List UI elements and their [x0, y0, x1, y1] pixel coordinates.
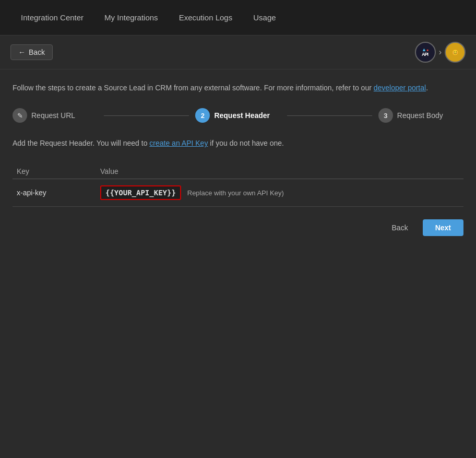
intro-text-before: Follow the steps to create a Source Lead… [13, 84, 374, 92]
intro-paragraph: Follow the steps to create a Source Lead… [13, 82, 463, 93]
form-next-button[interactable]: Next [423, 219, 463, 236]
form-back-button[interactable]: Back [384, 219, 416, 236]
main-content: Follow the steps to create a Source Lead… [0, 69, 476, 249]
col-header-key: Key [13, 164, 96, 179]
step-request-header: 2 Request Header [195, 108, 280, 123]
developer-portal-link[interactable]: developer portal [374, 84, 426, 92]
step-request-body: 3 Request Body [378, 108, 463, 123]
breadcrumb-chevron: › [439, 48, 442, 57]
value-hint: Replace with your own API Key) [187, 189, 284, 197]
back-bar: ← Back ▲● API › 😊 [0, 36, 476, 69]
instruction-text-before: Add the Request Header. You will need to [13, 139, 149, 147]
back-arrow-icon: ← [18, 48, 26, 56]
step1-icon: ✎ [13, 108, 27, 123]
step-connector-1 [104, 115, 189, 116]
col-header-value: Value [96, 164, 463, 179]
step1-label: Request URL [31, 111, 75, 120]
api-key-highlighted[interactable]: {{YOUR_API_KEY}} [100, 185, 181, 200]
row-key: x-api-key [13, 179, 96, 206]
create-api-key-link[interactable]: create an API Key [149, 139, 208, 147]
nav-integration-center[interactable]: Integration Center [10, 0, 94, 35]
key-value-table: Key Value x-api-key {{YOUR_API_KEY}} Rep… [13, 164, 463, 207]
table-row: x-api-key {{YOUR_API_KEY}} Replace with … [13, 179, 463, 206]
api-badge-label: ▲● API [422, 48, 429, 57]
stepper: ✎ Request URL 2 Request Header 3 Request… [13, 108, 463, 123]
nav-usage[interactable]: Usage [243, 0, 286, 35]
intro-text-after: . [426, 84, 428, 92]
step-request-url: ✎ Request URL [13, 108, 98, 123]
instruction-paragraph: Add the Request Header. You will need to… [13, 137, 463, 149]
nav-my-integrations[interactable]: My Integrations [94, 0, 169, 35]
step3-number: 3 [378, 108, 393, 123]
top-nav: Integration Center My Integrations Execu… [0, 0, 476, 36]
row-value: {{YOUR_API_KEY}} Replace with your own A… [96, 179, 463, 206]
nav-execution-logs[interactable]: Execution Logs [169, 0, 243, 35]
back-button[interactable]: ← Back [10, 44, 53, 60]
step3-label: Request Body [397, 111, 443, 120]
crm-icon-badge: 😊 [445, 42, 466, 63]
step2-label: Request Header [214, 111, 270, 120]
instruction-text-after: if you do not have one. [208, 139, 284, 147]
form-actions: Back Next [13, 219, 463, 236]
crm-badge-label: 😊 [452, 50, 458, 55]
api-icon-badge: ▲● API [415, 42, 436, 63]
step2-number: 2 [195, 108, 210, 123]
back-button-label: Back [29, 48, 45, 56]
step-connector-2 [287, 115, 372, 116]
breadcrumb-icons: ▲● API › 😊 [415, 42, 466, 63]
